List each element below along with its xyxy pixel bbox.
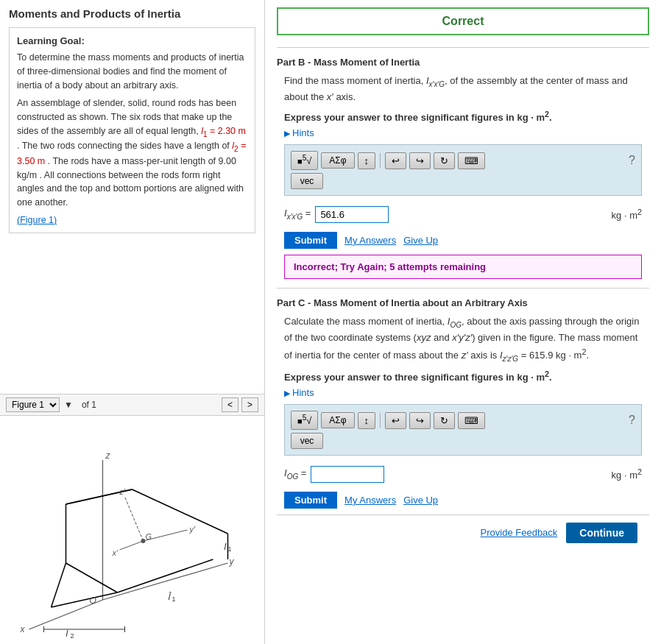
part-c-answer-label: IOG = — [284, 467, 306, 481]
part-b-answer-label: Ix′x′G = — [284, 208, 311, 221]
learning-goal-title: Learning Goal: — [17, 35, 247, 46]
toolbar-b-undo[interactable]: ↩ — [385, 152, 406, 169]
svg-text:z: z — [105, 450, 111, 461]
svg-text:l: l — [66, 629, 68, 639]
figure-svg: z y x — [0, 416, 264, 644]
toolbar-b-keyboard[interactable]: ⌨ — [458, 152, 485, 169]
part-c-give-up-btn[interactable]: Give Up — [403, 495, 438, 506]
part-b-hints-link[interactable]: Hints — [277, 127, 649, 138]
toolbar-c-question[interactable]: ? — [629, 414, 635, 427]
svg-text:y': y' — [189, 525, 197, 534]
svg-text:1: 1 — [228, 545, 232, 553]
toolbar-c-arrows[interactable]: ↕ — [358, 412, 376, 429]
provide-feedback-btn[interactable]: Provide Feedback — [481, 527, 558, 538]
toolbar-b-sep1 — [380, 153, 381, 168]
part-c-my-answers-btn[interactable]: My Answers — [344, 495, 396, 506]
figure-link[interactable]: (Figure 1) — [17, 215, 57, 225]
toolbar-c-sqrt[interactable]: ■5√ — [291, 411, 318, 429]
svg-text:l: l — [225, 542, 227, 552]
figure-count: of 1 — [82, 400, 96, 410]
part-c-express: Express your answer to three significant… — [277, 369, 649, 383]
part-b-desc: Find the mass moment of inertia, Ix′x′G,… — [277, 74, 649, 104]
part-b-answer-row: Ix′x′G = 561.6 kg · m2 — [277, 202, 649, 227]
divider-2 — [277, 288, 649, 289]
part-b-header: Part B - Mass Moment of Inertia — [277, 57, 649, 68]
part-b-answer-unit: kg · m2 — [612, 208, 642, 221]
part-c-answer-input[interactable] — [311, 466, 384, 483]
part-b-btn-row: Submit My Answers Give Up — [277, 232, 649, 249]
toolbar-b-sqrt[interactable]: ■5√ — [291, 151, 318, 169]
toolbar-b-question[interactable]: ? — [629, 154, 635, 167]
svg-text:x': x' — [112, 548, 119, 557]
part-c-title: Mass Moment of Inertia about an Arbitrar… — [314, 297, 528, 308]
svg-text:z': z' — [119, 487, 127, 496]
learning-goal-p1: To determine the mass moments and produc… — [17, 51, 247, 92]
part-b-submit-btn[interactable]: Submit — [284, 232, 337, 249]
part-b-give-up-btn[interactable]: Give Up — [403, 235, 438, 246]
correct-banner: Correct — [277, 7, 649, 35]
svg-text:y: y — [229, 556, 235, 567]
part-c-btn-row: Submit My Answers Give Up — [277, 492, 649, 509]
part-c-answer-unit: kg · m2 — [612, 467, 642, 481]
toolbar-c-vec[interactable]: vec — [291, 433, 323, 449]
toolbar-b-vec[interactable]: vec — [291, 173, 323, 189]
toolbar-c-redo[interactable]: ↪ — [409, 412, 431, 429]
part-b-my-answers-btn[interactable]: My Answers — [344, 235, 396, 246]
continue-btn[interactable]: Continue — [566, 523, 637, 543]
part-b-answer-input[interactable]: 561.6 — [315, 206, 389, 223]
figure-prev-btn[interactable]: < — [222, 397, 238, 412]
toolbar-c-sep1 — [380, 413, 381, 428]
svg-text:x: x — [20, 624, 26, 634]
part-c-desc: Calculate the mass moment of inertia, IO… — [277, 314, 649, 365]
toolbar-b-redo[interactable]: ↪ — [409, 152, 431, 169]
toolbar-c-undo[interactable]: ↩ — [385, 412, 406, 429]
toolbar-b-refresh[interactable]: ↻ — [434, 152, 455, 169]
part-b-section: Part B - Mass Moment of Inertia Find the… — [277, 57, 649, 279]
page-title: Moments and Products of Inertia — [9, 7, 255, 20]
part-c-label: Part C — [277, 297, 305, 308]
figure-canvas: z y x — [0, 416, 264, 644]
part-b-label: Part B — [277, 57, 305, 68]
part-c-hints-link[interactable]: Hints — [277, 387, 649, 398]
toolbar-c-refresh[interactable]: ↻ — [434, 412, 455, 429]
svg-text:O: O — [90, 595, 96, 606]
toolbar-c-keyboard[interactable]: ⌨ — [458, 412, 485, 429]
figure-select[interactable]: Figure 1 — [6, 397, 60, 412]
part-b-toolbar: ■5√ ΑΣφ ↕ ↩ ↪ ↻ ⌨ ? vec — [284, 144, 642, 195]
part-b-title: Mass Moment of Inertia — [314, 57, 420, 68]
svg-text:1: 1 — [172, 595, 176, 603]
toolbar-b-alpha[interactable]: ΑΣφ — [321, 152, 354, 169]
part-c-submit-btn[interactable]: Submit — [284, 492, 337, 509]
toolbar-c-alpha[interactable]: ΑΣφ — [321, 412, 354, 428]
toolbar-b-arrows[interactable]: ↕ — [358, 152, 376, 169]
part-b-express: Express your answer to three significant… — [277, 110, 649, 123]
svg-text:2: 2 — [71, 632, 74, 640]
part-c-header: Part C - Mass Moment of Inertia about an… — [277, 297, 649, 308]
bottom-bar: Provide Feedback Continue — [277, 514, 649, 551]
part-c-toolbar: ■5√ ΑΣφ ↕ ↩ ↪ ↻ ⌨ ? vec — [284, 404, 642, 455]
learning-goal-p2: An assemblage of slender, solid, round r… — [17, 96, 247, 210]
divider-1 — [277, 47, 649, 48]
part-c-section: Part C - Mass Moment of Inertia about an… — [277, 297, 649, 509]
figure-next-btn[interactable]: > — [241, 397, 258, 412]
part-b-status-msg: Incorrect; Try Again; 5 attempts remaini… — [284, 255, 642, 279]
figure-of-label: ▼ — [64, 400, 73, 410]
part-c-answer-row: IOG = kg · m2 — [277, 461, 649, 487]
